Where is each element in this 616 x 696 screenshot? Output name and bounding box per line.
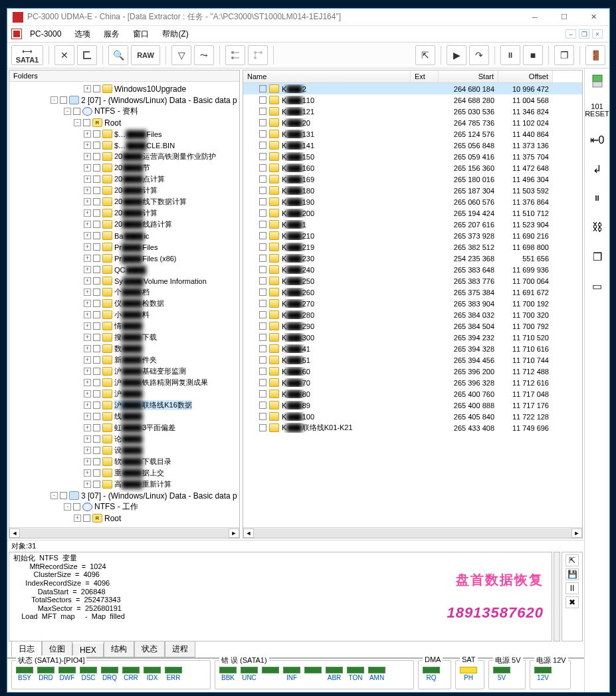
- expand-icon[interactable]: +: [84, 85, 91, 92]
- list-row[interactable]: K███41265 394 32811 710 616: [243, 343, 582, 354]
- probe-button[interactable]: ↲: [589, 160, 606, 177]
- expand-icon[interactable]: +: [84, 221, 91, 228]
- tree-checkbox[interactable]: [93, 289, 100, 296]
- row-checkbox[interactable]: [259, 175, 266, 183]
- expand-icon[interactable]: +: [84, 164, 91, 172]
- expand-icon[interactable]: -: [51, 96, 58, 104]
- mdi-close-button[interactable]: ×: [592, 29, 603, 39]
- expand-icon[interactable]: +: [84, 322, 91, 330]
- tree-row[interactable]: +$…████CLE.BIN: [11, 140, 239, 151]
- tree-row[interactable]: +线████: [11, 411, 239, 422]
- list-row[interactable]: K███121265 030 53611 346 824: [243, 106, 582, 117]
- list-row[interactable]: K███100265 405 84011 722 128: [243, 411, 582, 422]
- row-checkbox[interactable]: [259, 153, 266, 160]
- tree-checkbox[interactable]: [60, 96, 67, 104]
- tree-row[interactable]: +20████线下数据计算: [11, 196, 239, 207]
- tree-checkbox[interactable]: [93, 322, 100, 330]
- tree-row[interactable]: +仪████检数据: [11, 298, 239, 309]
- tree-row[interactable]: +20████计算: [11, 207, 239, 219]
- row-checkbox[interactable]: [259, 108, 266, 115]
- tree-row[interactable]: +Windows10Upgrade: [11, 83, 239, 94]
- col-start[interactable]: Start: [439, 70, 498, 82]
- list-row[interactable]: K███1265 207 61611 523 904: [243, 219, 582, 230]
- tree-checkbox[interactable]: [93, 243, 100, 251]
- row-checkbox[interactable]: [259, 243, 266, 251]
- tree2-button[interactable]: [248, 45, 268, 65]
- row-checkbox[interactable]: [259, 142, 266, 149]
- tree-row[interactable]: -NTFS - 资料: [11, 106, 239, 117]
- row-checkbox[interactable]: [259, 334, 266, 341]
- tree-row[interactable]: +沪████铁路精测网复测成果: [11, 377, 239, 388]
- seek0-button[interactable]: ⇤0: [589, 131, 606, 148]
- expand-icon[interactable]: -: [64, 108, 71, 115]
- tree-row[interactable]: +20████线路计算: [11, 219, 239, 230]
- tree-row[interactable]: +个████档: [11, 287, 239, 298]
- tree-checkbox[interactable]: [93, 221, 100, 228]
- tree-checkbox[interactable]: [93, 368, 100, 375]
- expand-icon[interactable]: +: [84, 481, 91, 488]
- tab-struct[interactable]: 结构: [104, 641, 134, 657]
- expand-icon[interactable]: +: [84, 424, 91, 431]
- list-row[interactable]: K███20264 785 73611 102 024: [243, 117, 582, 128]
- pause2-button[interactable]: II: [589, 189, 606, 207]
- tree-row[interactable]: +重████据上交: [11, 467, 239, 479]
- row-checkbox[interactable]: [259, 232, 266, 239]
- row-checkbox[interactable]: [259, 221, 266, 228]
- tree-checkbox[interactable]: [83, 119, 90, 126]
- expand-icon[interactable]: +: [84, 469, 91, 477]
- log-save-button[interactable]: 💾: [565, 568, 579, 580]
- expand-icon[interactable]: +: [84, 300, 91, 307]
- row-checkbox[interactable]: [259, 311, 266, 318]
- list-row[interactable]: K███89265 400 88811 717 176: [243, 400, 582, 411]
- tree-row[interactable]: +RRoot: [11, 513, 239, 524]
- expand-icon[interactable]: +: [84, 187, 91, 194]
- row-checkbox[interactable]: [259, 85, 266, 92]
- list-row[interactable]: K███260265 375 38411 691 672: [243, 287, 582, 298]
- tree-checkbox[interactable]: [93, 130, 100, 138]
- app-menu-icon[interactable]: [11, 29, 22, 39]
- row-checkbox[interactable]: [259, 198, 266, 205]
- log-scrollbar[interactable]: [554, 552, 560, 641]
- tree-checkbox[interactable]: [93, 469, 100, 477]
- list-row[interactable]: K███210265 373 92811 690 216: [243, 230, 582, 241]
- log-panel[interactable]: 初始化 NTFS 变量 MftRecordSize = 1024 Cluster…: [9, 552, 552, 641]
- tree-row[interactable]: +小████料: [11, 309, 239, 320]
- tree-checkbox[interactable]: [93, 379, 100, 386]
- tree-row[interactable]: +论████: [11, 433, 239, 445]
- row-checkbox[interactable]: [259, 424, 266, 431]
- tree-checkbox[interactable]: [93, 458, 100, 465]
- exit-button[interactable]: 🚪: [585, 45, 605, 65]
- mdi-min-button[interactable]: –: [565, 29, 576, 39]
- row-checkbox[interactable]: [259, 289, 266, 296]
- tree-row[interactable]: +Pr████Files: [11, 241, 239, 253]
- expand-icon[interactable]: +: [84, 266, 91, 273]
- list-row[interactable]: K███300265 394 23211 710 520: [243, 332, 582, 343]
- expand-icon[interactable]: +: [84, 402, 91, 409]
- tree-row[interactable]: +沪████联络线K16数据: [11, 400, 239, 411]
- menu-pc3000[interactable]: PC-3000: [25, 28, 66, 40]
- tree-row[interactable]: -NTFS - 工作: [11, 501, 239, 513]
- expand-icon[interactable]: +: [84, 198, 91, 205]
- funnel-button[interactable]: ▽: [171, 45, 191, 65]
- tree-row[interactable]: +沪████: [11, 388, 239, 400]
- expand-icon[interactable]: +: [84, 209, 91, 217]
- row-checkbox[interactable]: [259, 300, 266, 307]
- play-button[interactable]: ▶: [447, 45, 466, 65]
- tree-row[interactable]: +数████: [11, 343, 239, 354]
- tree-row[interactable]: +QC████: [11, 264, 239, 275]
- tree-row[interactable]: +20████节: [11, 162, 239, 174]
- tree-checkbox[interactable]: [93, 424, 100, 431]
- expand-icon[interactable]: +: [84, 435, 91, 443]
- tree-checkbox[interactable]: [93, 345, 100, 352]
- expand-icon[interactable]: +: [84, 277, 91, 285]
- tree-checkbox[interactable]: [73, 503, 80, 511]
- row-checkbox[interactable]: [259, 345, 266, 352]
- tree-checkbox[interactable]: [93, 356, 100, 364]
- row-checkbox[interactable]: [259, 368, 266, 375]
- expand-icon[interactable]: +: [84, 255, 91, 262]
- tree-checkbox[interactable]: [93, 402, 100, 409]
- log-export-button[interactable]: ⇱: [565, 554, 579, 566]
- expand-icon[interactable]: +: [84, 390, 91, 398]
- list-row[interactable]: K███280265 384 03211 700 320: [243, 309, 582, 320]
- chain-button[interactable]: ⛓: [589, 219, 606, 236]
